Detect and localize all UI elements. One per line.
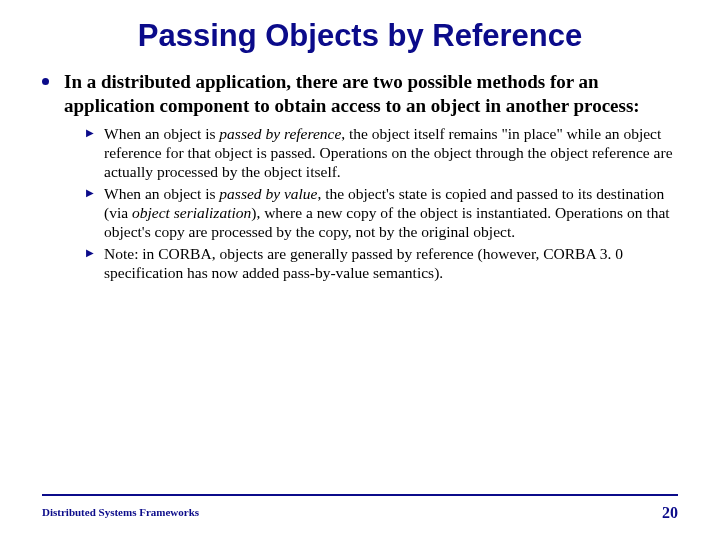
text-part: When an object is <box>104 125 219 142</box>
slide-content: In a distributed application, there are … <box>0 70 720 283</box>
text-part: Note: in CORBA, objects are generally pa… <box>104 245 623 281</box>
text-emph: passed by value <box>219 185 317 202</box>
footer-title: Distributed Systems Frameworks <box>42 506 199 518</box>
sub-bullets: ▶ When an object is passed by reference,… <box>64 124 678 283</box>
intro-text: In a distributed application, there are … <box>64 70 678 118</box>
slide-title: Passing Objects by Reference <box>0 0 720 64</box>
footer-divider <box>42 494 678 496</box>
arrow-icon: ▶ <box>86 248 96 258</box>
bullet-dot-icon <box>42 78 49 85</box>
text-emph: passed by reference <box>219 125 341 142</box>
text-emph: object serialization <box>132 204 251 221</box>
text-part: When an object is <box>104 185 219 202</box>
intro-item: In a distributed application, there are … <box>42 70 678 283</box>
sub-bullet-1: ▶ When an object is passed by reference,… <box>86 124 678 182</box>
sub-bullet-3: ▶ Note: in CORBA, objects are generally … <box>86 244 678 283</box>
sub-bullet-2: ▶ When an object is passed by value, the… <box>86 184 678 242</box>
page-number: 20 <box>662 504 678 522</box>
arrow-icon: ▶ <box>86 188 96 198</box>
arrow-icon: ▶ <box>86 128 96 138</box>
